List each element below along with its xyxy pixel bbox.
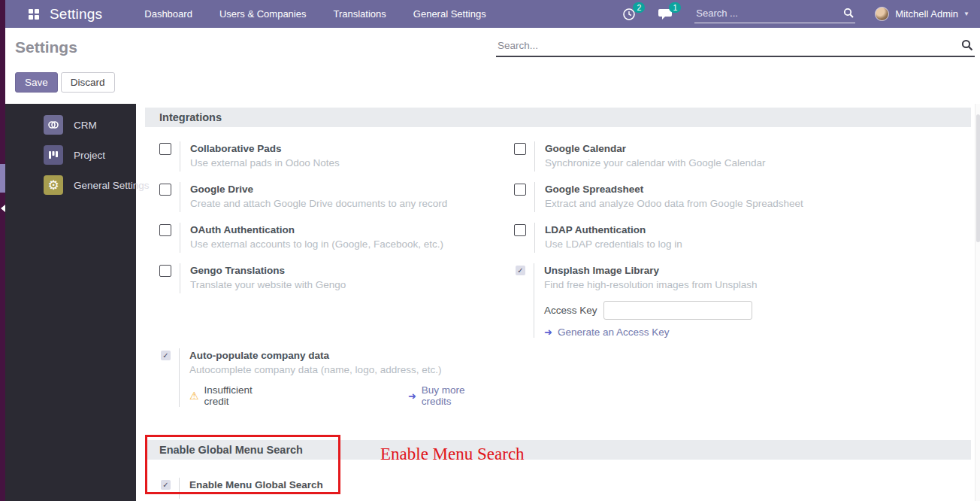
scrollbar-thumb[interactable]	[976, 114, 980, 242]
search-icon	[961, 39, 973, 51]
generate-access-key-row: ➜ Generate an Access Key	[544, 326, 758, 338]
section-header-menu-search: Enable Global Menu Search	[145, 440, 971, 460]
setting-box-ldap-authentication: ✓ LDAP Authentication Use LDAP credentia…	[514, 223, 851, 253]
checkbox[interactable]: ✓	[514, 143, 526, 155]
main-menu: Dashboard Users & Companies Translations…	[144, 8, 485, 20]
view-search-input[interactable]	[496, 37, 975, 57]
checkbox[interactable]: ✓	[159, 224, 171, 236]
arrow-right-icon: ➜	[544, 326, 552, 338]
checkbox[interactable]: ✓	[159, 265, 171, 277]
setting-description: Use LDAP credentials to log in	[545, 237, 682, 251]
messages-badge: 1	[669, 2, 681, 13]
top-navbar: Settings Dashboard Users & Companies Tra…	[0, 0, 980, 28]
header-buttons: Save Discard	[15, 72, 115, 93]
user-avatar[interactable]	[875, 7, 889, 21]
navbar-right: 2 1 Mitchell Admin ▼	[622, 5, 980, 23]
app-title: Settings	[50, 6, 102, 23]
setting-box-unsplash: ✓ Unsplash Image Library Find free high-…	[514, 263, 851, 338]
setting-description: Translate your website with Gengo	[190, 278, 346, 292]
check-icon: ✓	[516, 266, 525, 275]
checkbox[interactable]: ✓	[516, 266, 525, 275]
menu-item-general-settings[interactable]: General Settings	[413, 8, 486, 20]
access-key-label: Access Key	[544, 305, 597, 316]
apps-menu-icon[interactable]	[29, 9, 39, 20]
access-key-row: Access Key	[544, 301, 758, 320]
setting-box-collaborative-pads: ✓ Collaborative Pads Use external pads i…	[159, 141, 496, 172]
setting-description: Extract and analyze Odoo data from Googl…	[545, 196, 803, 211]
settings-content: Integrations ✓ Collaborative Pads Use ex…	[136, 104, 975, 501]
user-menu[interactable]: Mitchell Admin	[895, 8, 958, 20]
warning-icon: ⚠	[189, 390, 199, 402]
arrow-right-icon: ➜	[408, 390, 416, 402]
left-scrollbar-thumb[interactable]	[0, 164, 5, 193]
control-header: Settings Save Discard	[5, 28, 980, 104]
setting-title: Google Calendar	[545, 141, 765, 156]
menu-item-dashboard[interactable]: Dashboard	[144, 8, 192, 20]
setting-box-oauth-authentication: ✓ OAuth Authentication Use external acco…	[159, 223, 496, 253]
navbar-search-input[interactable]	[694, 5, 855, 23]
credit-row: ⚠ Insufficient credit ➜ Buy more credits	[189, 384, 496, 407]
setting-title: Enable Menu Global Search	[189, 478, 323, 492]
vertical-scrollbar[interactable]	[975, 104, 980, 501]
setting-title: Google Drive	[190, 182, 447, 196]
checkbox[interactable]: ✓	[159, 143, 171, 155]
page-title: Settings	[15, 38, 77, 56]
buy-more-credits-link[interactable]: Buy more credits	[422, 384, 496, 407]
setting-box-google-drive: ✓ Google Drive Create and attach Google …	[159, 182, 496, 212]
setting-title: Gengo Translations	[190, 263, 346, 278]
setting-title: OAuth Authentication	[190, 223, 443, 237]
checkbox[interactable]: ✓	[514, 184, 526, 196]
sidebar-item-label: General Settings	[74, 180, 150, 191]
setting-title: Unsplash Image Library	[544, 263, 758, 278]
save-button[interactable]: Save	[15, 72, 58, 93]
chevron-down-icon[interactable]: ▼	[963, 11, 969, 17]
checkbox[interactable]: ✓	[514, 224, 526, 236]
generate-access-key-link[interactable]: Generate an Access Key	[558, 326, 670, 338]
sidebar-item-label: CRM	[74, 120, 97, 131]
sidebar-collapse-arrow-icon[interactable]	[1, 205, 5, 212]
activity-clock-icon[interactable]: 2	[622, 7, 639, 22]
annotation-red-text: Enable Menu Search	[380, 445, 525, 464]
discard-button[interactable]: Discard	[61, 72, 115, 93]
setting-title: Auto-populate company data	[189, 348, 496, 363]
sidebar-item-general-settings[interactable]: ⚙ General Settings	[5, 170, 136, 200]
settings-grid: ✓ Collaborative Pads Use external pads i…	[159, 141, 851, 407]
section-header-integrations: Integrations	[145, 108, 971, 127]
setting-box-google-spreadsheet: ✓ Google Spreadsheet Extract and analyze…	[514, 182, 851, 212]
setting-description: Synchronize your calendar with Google Ca…	[545, 156, 765, 170]
search-icon	[843, 8, 854, 18]
setting-box-gengo-translations: ✓ Gengo Translations Translate your webs…	[159, 263, 496, 293]
setting-box-autopopulate: ✓ Auto-populate company data Autocomplet…	[159, 348, 496, 407]
setting-description: Find free high-resolution images from Un…	[544, 278, 758, 292]
section-title: Enable Global Menu Search	[159, 444, 303, 456]
sidebar-item-project[interactable]: Project	[5, 140, 136, 170]
menu-item-translations[interactable]: Translations	[333, 8, 386, 20]
checkbox[interactable]: ✓	[161, 351, 171, 360]
check-icon: ✓	[161, 351, 171, 360]
setting-title: Collaborative Pads	[190, 141, 340, 156]
insufficient-credit-text: Insufficient credit	[204, 384, 279, 407]
view-search	[496, 37, 975, 57]
messages-chat-icon[interactable]: 1	[658, 7, 675, 22]
setting-box-enable-menu-global-search: ✓ Enable Menu Global Search	[159, 478, 323, 499]
menu-item-users-companies[interactable]: Users & Companies	[219, 8, 307, 20]
section-title: Integrations	[159, 111, 222, 123]
setting-description: Create and attach Google Drive documents…	[190, 196, 447, 211]
sidebar-item-label: Project	[74, 150, 105, 161]
checkbox[interactable]: ✓	[159, 184, 171, 196]
settings-sidebar: CRM Project ⚙ General Settings	[5, 104, 136, 501]
setting-title: Google Spreadsheet	[545, 182, 803, 196]
buy-credits-row: ➜ Buy more credits	[408, 384, 496, 407]
activity-badge: 2	[633, 2, 645, 13]
setting-title: LDAP Authentication	[545, 223, 682, 237]
access-key-input[interactable]	[603, 301, 752, 320]
sidebar-item-crm[interactable]: CRM	[5, 110, 136, 140]
setting-box-google-calendar: ✓ Google Calendar Synchronize your calen…	[514, 141, 851, 172]
left-edge-strip	[0, 0, 5, 501]
gear-icon: ⚙	[44, 175, 63, 195]
project-icon	[44, 145, 63, 165]
setting-description: Autocomplete company data (name, logo, a…	[189, 363, 496, 377]
crm-icon	[44, 115, 63, 135]
navbar-search	[694, 5, 855, 23]
checkbox[interactable]: ✓	[161, 480, 171, 490]
